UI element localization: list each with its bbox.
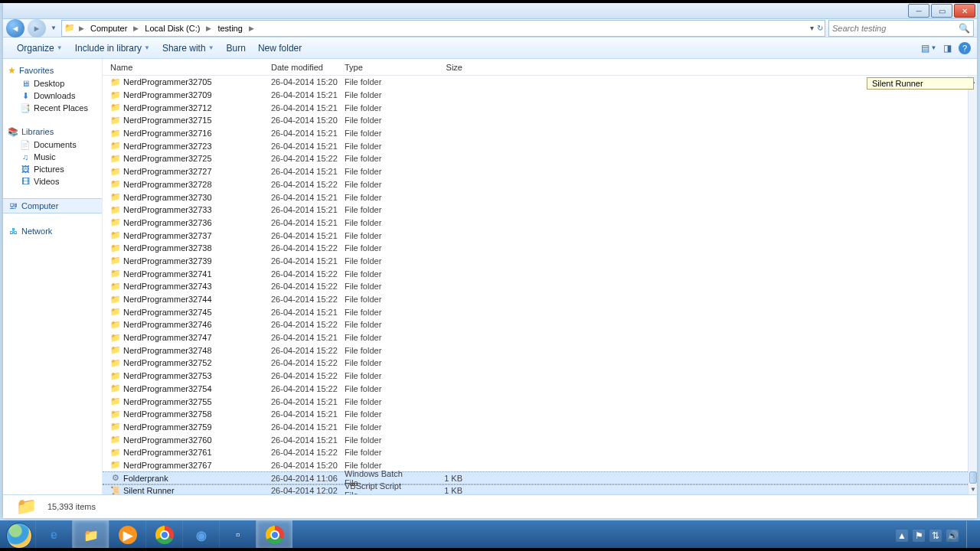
history-dropdown[interactable]: ▼	[49, 24, 58, 31]
file-row[interactable]: 📁NerdProgrammer3273626-04-2014 15:21File…	[103, 217, 968, 230]
file-row[interactable]: 📁NerdProgrammer3275226-04-2014 15:22File…	[103, 357, 968, 370]
file-row[interactable]: 📁NerdProgrammer3273826-04-2014 15:22File…	[103, 242, 968, 255]
breadcrumb-disk[interactable]: Local Disk (C:)	[142, 24, 203, 33]
start-button[interactable]	[3, 521, 35, 550]
file-row[interactable]: 📁NerdProgrammer3271526-04-2014 15:20File…	[103, 114, 968, 127]
include-in-library-button[interactable]: Include in library▼	[69, 40, 156, 57]
tray-flag-icon[interactable]: ⚑	[913, 530, 925, 542]
search-input[interactable]	[832, 24, 947, 33]
file-row[interactable]: 📁NerdProgrammer3276726-04-2014 15:20File…	[103, 459, 968, 472]
file-type-label: File folder	[345, 295, 416, 304]
organize-button[interactable]: Organize▼	[11, 40, 69, 57]
sidebar-item-music[interactable]: ♫Music	[3, 151, 102, 163]
file-row[interactable]: 📁NerdProgrammer3275826-04-2014 15:21File…	[103, 408, 968, 421]
notepad-icon: ▫	[228, 525, 248, 545]
breadcrumb-bar[interactable]: 📁 ▶ Computer ▶ Local Disk (C:) ▶ testing…	[61, 20, 825, 37]
sidebar-item-downloads[interactable]: ⬇Downloads	[3, 90, 102, 102]
chevron-right-icon[interactable]: ▶	[204, 24, 213, 32]
file-row[interactable]: 📁NerdProgrammer3274326-04-2014 15:22File…	[103, 280, 968, 293]
file-row[interactable]: 📁NerdProgrammer3273926-04-2014 15:21File…	[103, 255, 968, 268]
file-row[interactable]: 📁NerdProgrammer3272526-04-2014 15:22File…	[103, 152, 968, 165]
taskbar-item-notepad[interactable]: ▫	[219, 520, 256, 549]
file-row[interactable]: 📁NerdProgrammer3273026-04-2014 15:21File…	[103, 191, 968, 204]
chevron-right-icon[interactable]: ▶	[247, 24, 256, 32]
file-name-label: NerdProgrammer32741	[123, 269, 212, 279]
taskbar-item-ie[interactable]: e	[35, 520, 72, 549]
sidebar-item-videos[interactable]: 🎞Videos	[3, 175, 102, 187]
new-folder-button[interactable]: New folder	[252, 40, 308, 57]
close-button[interactable]: ✕	[954, 4, 975, 18]
file-row[interactable]: 📜Silent Runner26-04-2014 12:02VBScript S…	[103, 484, 968, 494]
preview-pane-button[interactable]: ◨	[940, 41, 954, 55]
file-row[interactable]: 📁NerdProgrammer3271626-04-2014 15:21File…	[103, 127, 968, 140]
breadcrumb-folder[interactable]: testing	[214, 24, 245, 33]
file-row[interactable]: 📁NerdProgrammer3274426-04-2014 15:22File…	[103, 293, 968, 306]
file-row[interactable]: 📁NerdProgrammer3272326-04-2014 15:21File…	[103, 139, 968, 152]
file-row[interactable]: 📁NerdProgrammer3270526-04-2014 15:20File…	[103, 76, 968, 89]
file-type-label: File folder	[345, 371, 416, 380]
file-row[interactable]: 📁NerdProgrammer3270926-04-2014 15:21File…	[103, 89, 968, 102]
file-row[interactable]: 📁NerdProgrammer3274826-04-2014 15:22File…	[103, 344, 968, 357]
column-header-date[interactable]: Date modified	[271, 63, 345, 72]
file-date-label: 26-04-2014 15:22	[271, 295, 345, 304]
sidebar-item-recent[interactable]: 📑Recent Places	[3, 102, 102, 114]
show-desktop-button[interactable]	[966, 521, 974, 550]
scroll-thumb[interactable]	[969, 471, 977, 484]
file-row[interactable]: 📁NerdProgrammer3275526-04-2014 15:21File…	[103, 395, 968, 408]
file-row[interactable]: 📁NerdProgrammer3272726-04-2014 15:21File…	[103, 165, 968, 178]
maximize-button[interactable]: ▭	[931, 4, 952, 18]
sidebar-item-network[interactable]: 🖧Network	[3, 224, 102, 238]
file-row[interactable]: 📁NerdProgrammer3276026-04-2014 15:21File…	[103, 433, 968, 446]
libraries-icon: 📚	[8, 126, 18, 137]
sidebar-item-computer[interactable]: 🖳Computer	[3, 198, 102, 214]
burn-button[interactable]: Burn	[220, 40, 252, 57]
file-date-label: 26-04-2014 15:21	[271, 218, 345, 227]
breadcrumb-computer[interactable]: Computer	[87, 24, 130, 33]
column-header-size[interactable]: Size	[416, 63, 462, 72]
file-row[interactable]: 📁NerdProgrammer3273326-04-2014 15:21File…	[103, 204, 968, 217]
chevron-right-icon[interactable]: ▶	[132, 24, 140, 32]
share-with-button[interactable]: Share with▼	[156, 40, 220, 57]
refresh-icon[interactable]: ↻	[817, 24, 823, 32]
scrollbar[interactable]: ▲ ▼	[968, 76, 977, 494]
column-header-name[interactable]: Name	[110, 63, 271, 72]
file-row[interactable]: 📁NerdProgrammer3276126-04-2014 15:22File…	[103, 446, 968, 459]
file-row[interactable]: 📁NerdProgrammer3275326-04-2014 15:22File…	[103, 370, 968, 383]
sidebar-item-pictures[interactable]: 🖼Pictures	[3, 163, 102, 175]
forward-button[interactable]: ►	[28, 19, 46, 37]
sidebar-item-desktop[interactable]: 🖥Desktop	[3, 77, 102, 90]
search-icon[interactable]: 🔍	[959, 23, 970, 34]
taskbar-item-media-player[interactable]: ▶	[109, 520, 145, 549]
search-box[interactable]: 🔍	[828, 20, 974, 37]
taskbar-item-chrome[interactable]	[145, 520, 182, 549]
sidebar-favorites-header[interactable]: ★Favorites	[3, 64, 102, 77]
file-row[interactable]: 📁NerdProgrammer3274726-04-2014 15:21File…	[103, 331, 968, 344]
chevron-right-icon[interactable]: ▶	[77, 24, 86, 32]
column-header-type[interactable]: Type	[345, 63, 416, 72]
sidebar-libraries-header[interactable]: 📚Libraries	[3, 125, 102, 139]
file-row[interactable]: 📁NerdProgrammer3271226-04-2014 15:21File…	[103, 101, 968, 114]
chevron-down-icon[interactable]: ▾	[810, 24, 814, 32]
file-row[interactable]: 📁NerdProgrammer3275926-04-2014 15:21File…	[103, 421, 968, 434]
file-row[interactable]: 📁NerdProgrammer3272826-04-2014 15:22File…	[103, 178, 968, 191]
taskbar-item-chrome-2[interactable]	[256, 520, 292, 549]
minimize-button[interactable]: ─	[908, 4, 929, 18]
file-row[interactable]: 📁NerdProgrammer3274626-04-2014 15:22File…	[103, 318, 968, 331]
tray-volume-icon[interactable]: 🔊	[946, 530, 959, 542]
file-row[interactable]: 📁NerdProgrammer3273726-04-2014 15:21File…	[103, 229, 968, 242]
tray-show-hidden-icon[interactable]: ▲	[896, 530, 908, 542]
view-options-button[interactable]: ▤ ▼	[922, 41, 936, 55]
file-row[interactable]: 📁NerdProgrammer3275426-04-2014 15:22File…	[103, 383, 968, 396]
sidebar-item-documents[interactable]: 📄Documents	[3, 139, 102, 151]
taskbar-item-browser[interactable]: ◉	[182, 520, 219, 549]
taskbar-item-explorer[interactable]: 📁	[72, 520, 109, 549]
downloads-icon: ⬇	[20, 90, 31, 101]
tray-network-icon[interactable]: ⇅	[929, 530, 942, 542]
file-row[interactable]: 📁NerdProgrammer3274526-04-2014 15:21File…	[103, 305, 968, 318]
scroll-down-button[interactable]: ▼	[969, 484, 977, 494]
file-name-label: NerdProgrammer32743	[123, 282, 212, 291]
help-button[interactable]: ?	[959, 42, 971, 54]
file-row[interactable]: 📁NerdProgrammer3274126-04-2014 15:22File…	[103, 267, 968, 280]
back-button[interactable]: ◄	[6, 19, 24, 37]
file-row[interactable]: ⚙Folderprank26-04-2014 11:06Windows Batc…	[103, 471, 968, 484]
